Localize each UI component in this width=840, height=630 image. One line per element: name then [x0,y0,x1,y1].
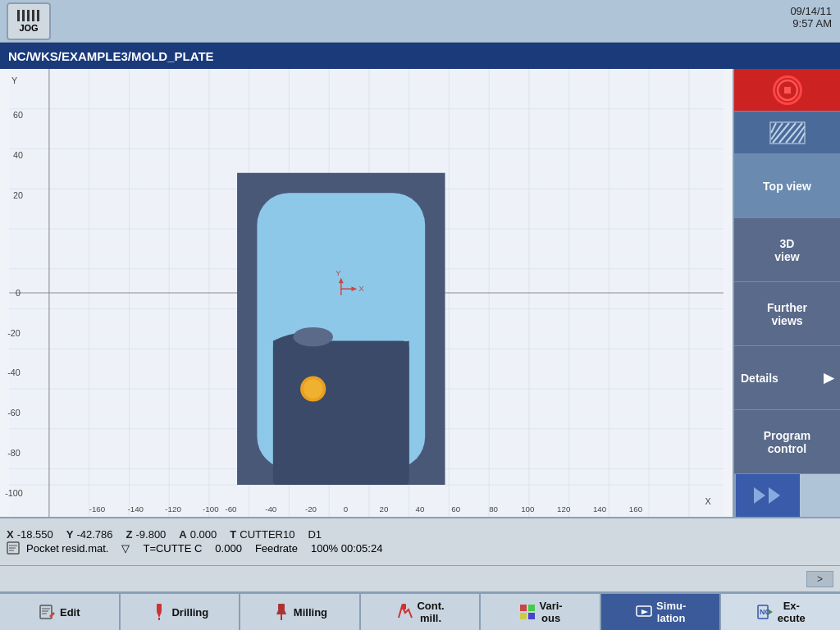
svg-rect-96 [402,604,406,609]
drilling-nav-button[interactable]: Drilling [121,594,241,630]
stop-button[interactable] [734,69,840,112]
svg-text:140: 140 [593,504,607,514]
milling-label: Milling [294,606,327,619]
drilling-label: Drilling [171,606,208,619]
status-row1: X -18.550 Y -42.786 Z -9.800 A 0.000 T C… [7,528,833,541]
x-coord: X -18.550 [7,528,53,541]
svg-text:160: 160 [629,504,643,514]
various-nav-button[interactable]: Vari- ous [481,594,601,630]
details-arrow: ▶ [824,370,833,386]
3d-view-button[interactable]: 3D view [734,218,840,282]
various-label: Vari- ous [540,600,563,624]
svg-text:20: 20 [13,190,23,200]
svg-text:-40: -40 [265,504,277,514]
feedrate-value: 100% 00:05:24 [311,542,382,555]
edit-nav-button[interactable]: Edit [0,594,121,630]
svg-text:X: X [705,496,710,506]
pocket-label: Pocket resid.mat. [7,541,108,555]
bottom-nav: Edit Drilling Milling Cont. mill. [0,592,840,630]
svg-text:100: 100 [521,504,535,514]
svg-text:-100: -100 [5,488,22,498]
canvas-area: 60 40 20 0 -20 -40 -60 -80 -100 -60 -40 … [0,69,733,517]
t-value: T CUTTER10 [230,528,294,541]
svg-text:0: 0 [16,288,21,298]
svg-text:Y: Y [11,75,17,85]
y-coord: Y -42.786 [66,528,113,541]
svg-text:-100: -100 [203,504,219,514]
svg-rect-98 [528,605,535,611]
status-bar: X -18.550 Y -42.786 Z -9.800 A 0.000 T C… [0,517,840,566]
svg-marker-80 [754,487,765,504]
pocket-symbol: ▽ [121,542,130,555]
details-label: Details [741,372,778,385]
simulation-label: Simu- lation [656,600,686,624]
drilling-icon [150,603,168,621]
further-views-button[interactable]: Further views [734,282,840,346]
main-layout: JOG 09/14/11 9:57 AM NC/WKS/EXAMPLE3/MOL… [0,0,840,630]
edit-icon [7,541,21,555]
cont-mill-label: Cont. mill. [417,600,444,624]
program-control-label: Program control [764,429,811,455]
svg-text:-140: -140 [127,504,144,514]
svg-text:120: 120 [557,504,571,514]
svg-text:-120: -120 [165,504,181,514]
milling-nav-button[interactable]: Milling [240,594,361,630]
svg-point-61 [293,327,333,346]
svg-rect-90 [157,604,162,612]
svg-text:60: 60 [13,110,23,120]
jog-label: JOG [19,23,38,33]
svg-text:40: 40 [13,150,23,160]
jog-button[interactable]: JOG [7,2,51,40]
svg-text:60: 60 [451,504,460,514]
svg-marker-91 [157,612,162,618]
svg-text:-20: -20 [7,328,21,338]
svg-text:X: X [358,284,364,293]
svg-text:20: 20 [380,504,389,514]
pattern-button[interactable] [734,112,840,154]
right-sidebar: Top view 3D view Further views Details ▶… [733,69,840,517]
top-view-button[interactable]: Top view [734,154,840,218]
svg-rect-99 [520,613,527,619]
arrow-row: > [0,566,840,592]
execute-nav-button[interactable]: NC Ex- ecute [721,594,840,630]
details-button[interactable]: Details ▶ [734,346,840,410]
title-bar: NC/WKS/EXAMPLE3/MOLD_PLATE [0,43,840,69]
forward-arrows-button[interactable] [734,474,800,517]
program-control-button[interactable]: Program control [734,410,840,474]
t-label: T [230,528,236,541]
jog-icon [17,10,40,21]
execute-label: Ex- ecute [778,600,806,624]
svg-text:80: 80 [489,504,498,514]
svg-text:-60: -60 [7,408,21,418]
z-coord: Z -9.800 [126,528,167,541]
stop-icon [773,75,802,105]
feedrate-label: Feedrate [255,542,298,555]
cont-mill-nav-button[interactable]: Cont. mill. [361,594,482,630]
z-value: -9.800 [135,528,166,541]
svg-line-73 [771,123,776,133]
svg-text:0: 0 [344,504,349,514]
y-label: Y [66,528,74,541]
status-row2: Pocket resid.mat. ▽ T=CUTTE C 0.000 Feed… [7,541,833,555]
a-label: A [179,528,186,541]
c-value: 0.000 [215,542,242,555]
scroll-right-button[interactable]: > [806,571,833,587]
svg-rect-97 [520,605,527,611]
edit-nav-icon [39,603,57,621]
simulation-nav-button[interactable]: Simu- lation [601,594,722,630]
x-value: -18.550 [17,528,53,541]
a-coord: A 0.000 [179,528,217,541]
x-label: X [7,528,14,541]
svg-marker-81 [769,487,780,504]
cont-mill-icon [395,603,413,621]
datetime-display: 09/14/11 9:57 AM [790,5,832,30]
a-value: 0.000 [190,528,217,541]
simulation-icon [635,603,653,621]
d-value: D1 [308,528,322,541]
t-cutte: T=CUTTE C [143,542,202,555]
milling-icon [272,603,290,621]
execute-icon: NC [756,603,774,621]
svg-line-79 [799,133,805,143]
z-label: Z [126,528,133,541]
edit-label: Edit [60,606,80,619]
